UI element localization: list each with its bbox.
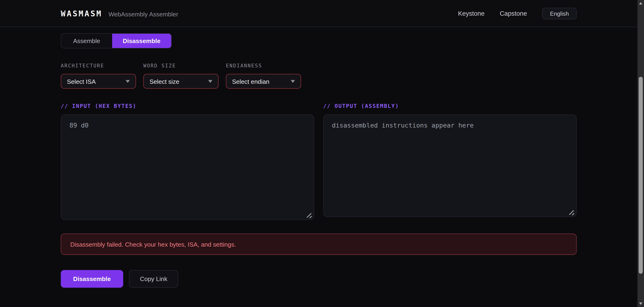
error-banner: Disassembly failed. Check your hex bytes…: [61, 234, 577, 255]
scrollbar-thumb[interactable]: [638, 77, 643, 274]
disassemble-button[interactable]: Disassemble: [61, 270, 123, 288]
word-size-select[interactable]: Select size: [143, 74, 218, 89]
action-buttons: Disassemble Copy Link: [61, 270, 577, 288]
output-pane: // OUTPUT (ASSEMBLY): [323, 103, 576, 220]
word-size-select-value: Select size: [150, 78, 179, 85]
io-section: // INPUT (HEX BYTES) 89 d0 // OUTPUT (AS…: [61, 103, 577, 220]
input-pane-label: // INPUT (HEX BYTES): [61, 103, 314, 109]
app-subtitle: WebAssembly Assembler: [108, 10, 178, 17]
endianness-select-value: Select endian: [232, 78, 269, 85]
endianness-select[interactable]: Select endian: [226, 74, 301, 89]
resize-grip-icon[interactable]: [306, 212, 313, 218]
navbar: WASMASM WebAssembly Assembler Keystone C…: [0, 0, 644, 27]
field-endianness: ENDIANNESS Select endian: [226, 63, 301, 89]
app-root: WASMASM WebAssembly Assembler Keystone C…: [0, 0, 644, 307]
field-word-size: WORD SIZE Select size: [143, 63, 218, 89]
main-content: Assemble Disassemble ARCHITECTURE Select…: [61, 27, 577, 288]
chevron-down-icon: [291, 80, 295, 83]
word-size-label: WORD SIZE: [143, 63, 218, 68]
input-pane: // INPUT (HEX BYTES) 89 d0: [61, 103, 314, 220]
scroll-down-arrow-icon[interactable]: [639, 303, 642, 305]
architecture-label: ARCHITECTURE: [61, 63, 136, 68]
language-selector-button[interactable]: English: [542, 7, 576, 19]
output-pane-label: // OUTPUT (ASSEMBLY): [323, 103, 576, 109]
tab-disassemble[interactable]: Disassemble: [112, 34, 171, 48]
app-logo: WASMASM: [61, 9, 102, 18]
resize-grip-icon[interactable]: [568, 209, 575, 216]
tab-assemble[interactable]: Assemble: [61, 34, 112, 48]
field-architecture: ARCHITECTURE Select ISA: [61, 63, 136, 89]
nav-link-capstone[interactable]: Capstone: [500, 9, 527, 17]
settings-row: ARCHITECTURE Select ISA WORD SIZE Select…: [61, 63, 577, 89]
endianness-label: ENDIANNESS: [226, 63, 301, 68]
chevron-down-icon: [208, 80, 212, 83]
chevron-down-icon: [126, 80, 130, 83]
mode-tabs: Assemble Disassemble: [61, 33, 172, 48]
nav-link-keystone[interactable]: Keystone: [458, 9, 484, 17]
copy-link-button[interactable]: Copy Link: [129, 270, 178, 288]
scroll-up-arrow-icon[interactable]: [639, 2, 642, 5]
nav-links: Keystone Capstone English: [443, 7, 577, 19]
architecture-select[interactable]: Select ISA: [61, 74, 136, 89]
architecture-select-value: Select ISA: [67, 78, 96, 85]
page-scrollbar[interactable]: [638, 0, 644, 307]
assembly-output-textarea[interactable]: [323, 114, 576, 217]
error-message: Disassembly failed. Check your hex bytes…: [70, 241, 236, 248]
hex-input-textarea[interactable]: 89 d0: [61, 114, 314, 220]
brand: WASMASM WebAssembly Assembler: [61, 9, 178, 18]
